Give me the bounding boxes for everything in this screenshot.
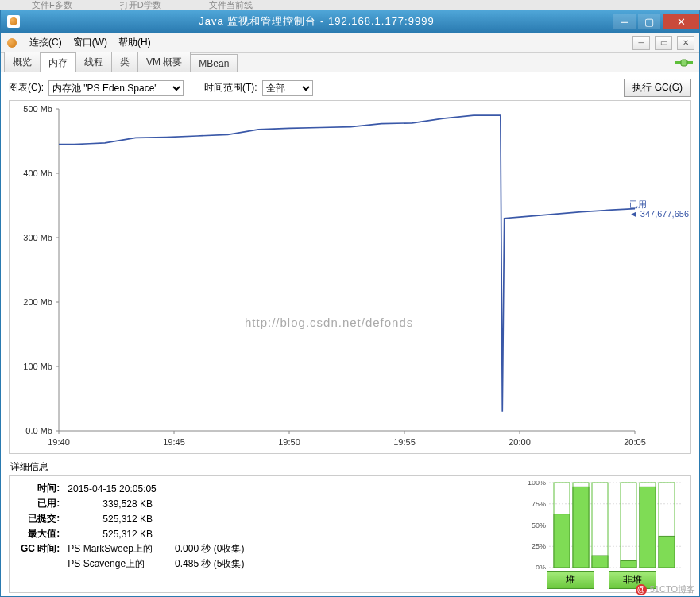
svg-text:100%: 100%: [528, 481, 546, 487]
svg-rect-53: [640, 487, 656, 568]
tab-memory[interactable]: 内存: [40, 52, 76, 72]
main-window: Java 监视和管理控制台 - 192.168.1.177:9999 ─ ▢ ✕…: [0, 10, 700, 597]
svg-rect-2: [681, 60, 687, 66]
menubar: 连接(C) 窗口(W) 帮助(H) ─ ▭ ✕: [1, 33, 699, 53]
minimize-button[interactable]: ─: [613, 14, 636, 29]
chart-controls: 图表(C): 内存池 "PS Eden Space" 时间范围(T): 全部 执…: [9, 79, 691, 97]
maximize-button[interactable]: ▢: [638, 14, 660, 29]
menu-help[interactable]: 帮助(H): [118, 36, 151, 49]
svg-text:19:40: 19:40: [48, 437, 70, 447]
timerange-select-label: 时间范围(T):: [204, 81, 257, 95]
memory-chart-svg: 0.0 Mb100 Mb200 Mb300 Mb400 Mb500 Mb19:4…: [10, 101, 690, 453]
memory-pool-bars: 100%75%50%25%0% 堆 非堆: [516, 476, 690, 592]
svg-text:20:00: 20:00: [509, 437, 531, 447]
svg-text:0.0 Mb: 0.0 Mb: [25, 426, 52, 436]
svg-text:25%: 25%: [532, 542, 546, 550]
menu-window[interactable]: 窗口(W): [73, 36, 107, 49]
svg-text:75%: 75%: [532, 500, 546, 508]
window-title: Java 监视和管理控制台 - 192.168.1.177:9999: [20, 14, 613, 29]
at-icon: @: [636, 584, 647, 595]
svg-rect-56: [659, 536, 675, 568]
mdi-restore-button[interactable]: ▭: [655, 36, 672, 50]
svg-rect-41: [554, 514, 570, 568]
svg-text:200 Mb: 200 Mb: [23, 297, 52, 307]
java-icon: [6, 37, 18, 49]
svg-text:20:05: 20:05: [624, 437, 646, 447]
mdi-minimize-button[interactable]: ─: [632, 36, 650, 50]
svg-rect-50: [621, 560, 636, 568]
svg-rect-47: [592, 556, 608, 568]
svg-text:19:50: 19:50: [278, 437, 300, 447]
timerange-select[interactable]: 全部: [262, 80, 313, 96]
menu-connect[interactable]: 连接(C): [29, 36, 62, 49]
blog-watermark: http://blog.csdn.net/defonds: [245, 316, 413, 329]
svg-text:400 Mb: 400 Mb: [23, 169, 52, 178]
tab-threads[interactable]: 线程: [75, 52, 112, 72]
chart-select-label: 图表(C):: [9, 81, 44, 95]
tab-overview[interactable]: 概览: [4, 52, 41, 72]
svg-rect-44: [573, 487, 589, 568]
svg-text:300 Mb: 300 Mb: [23, 233, 52, 242]
tab-mbeans[interactable]: MBean: [190, 54, 238, 72]
connected-icon: [675, 56, 693, 69]
heap-button[interactable]: 堆: [547, 571, 594, 589]
corner-watermark: @ 51CTO博客: [636, 583, 695, 595]
details-header: 详细信息: [10, 460, 691, 474]
tab-vm-summary[interactable]: VM 概要: [137, 52, 191, 72]
titlebar[interactable]: Java 监视和管理控制台 - 192.168.1.177:9999 ─ ▢ ✕: [1, 10, 699, 33]
svg-text:500 Mb: 500 Mb: [23, 104, 52, 114]
background-window-hint: 文件F多数 打开D学数 文件当前线: [0, 0, 700, 10]
svg-text:100 Mb: 100 Mb: [23, 362, 52, 371]
memory-pool-bars-svg[interactable]: 100%75%50%25%0%: [519, 481, 684, 569]
chart-used-annotation: 已用 ◄ 347,677,656: [629, 200, 689, 219]
details-text: 时间:2015-04-15 20:05:05 已用:339,528 KB 已提交…: [10, 476, 516, 592]
chart-select[interactable]: 内存池 "PS Eden Space": [48, 80, 184, 96]
details-panel: 时间:2015-04-15 20:05:05 已用:339,528 KB 已提交…: [9, 475, 691, 593]
svg-text:19:45: 19:45: [163, 437, 185, 447]
perform-gc-button[interactable]: 执行 GC(G): [624, 79, 691, 97]
content-area: 图表(C): 内存池 "PS Eden Space" 时间范围(T): 全部 执…: [1, 72, 699, 596]
svg-text:0%: 0%: [536, 564, 546, 569]
tabstrip: 概览 内存 线程 类 VM 概要 MBean: [1, 53, 699, 72]
svg-text:19:55: 19:55: [393, 437, 416, 447]
app-icon: [7, 15, 20, 28]
tab-classes[interactable]: 类: [111, 52, 138, 72]
svg-text:50%: 50%: [532, 521, 546, 529]
close-button[interactable]: ✕: [663, 14, 699, 29]
mdi-close-button[interactable]: ✕: [677, 36, 694, 50]
memory-chart[interactable]: 0.0 Mb100 Mb200 Mb300 Mb400 Mb500 Mb19:4…: [9, 100, 691, 454]
